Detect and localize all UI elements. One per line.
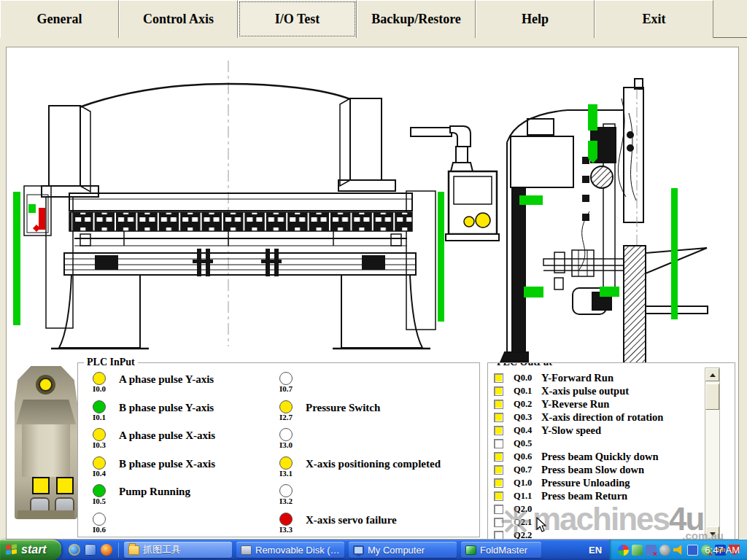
output-checkbox[interactable] bbox=[494, 531, 503, 540]
input-led bbox=[279, 456, 293, 470]
input-led bbox=[279, 372, 293, 385]
sensor-indicator-side-left bbox=[519, 195, 543, 205]
sensor-indicator-gauge-left bbox=[524, 287, 543, 298]
foot-pedal-indicator-right bbox=[56, 477, 74, 494]
foot-pedal-hood bbox=[16, 400, 76, 424]
language-indicator[interactable]: EN bbox=[587, 542, 603, 557]
output-label: X-axis direction of rotation bbox=[541, 411, 663, 424]
plc-input-row: I0.7 bbox=[274, 372, 441, 400]
input-led bbox=[279, 513, 293, 526]
pendant-panel bbox=[411, 126, 499, 241]
input-led bbox=[93, 484, 106, 497]
input-led-id: I0.4 bbox=[93, 469, 106, 478]
output-checkbox[interactable] bbox=[494, 386, 503, 396]
tray-icon[interactable] bbox=[687, 545, 698, 556]
output-checkbox[interactable] bbox=[494, 505, 503, 514]
tab-label: Control Axis bbox=[143, 12, 214, 27]
plc-input-column-right: I0.7 I2.7 Pressure Switch I3.0 bbox=[274, 372, 441, 541]
taskbar-button[interactable]: 抓图工具 bbox=[124, 542, 232, 558]
output-id: Q1.1 bbox=[514, 491, 541, 502]
input-label: Pressure Switch bbox=[306, 400, 380, 414]
scrollbar-thumb[interactable] bbox=[705, 384, 719, 410]
tray-icon[interactable] bbox=[673, 545, 684, 556]
tray-icon[interactable] bbox=[632, 545, 643, 556]
plc-output-groupbox: PLC OutPut Q0.0 Y-Forward Run Q0.1 X-axi… bbox=[487, 362, 735, 540]
tab[interactable]: Exit bbox=[595, 0, 713, 38]
plc-output-row: Q0.6 Press beam Quickly down bbox=[494, 450, 663, 463]
plc-input-row: I0.1 B phase pulse Y-axis bbox=[87, 400, 215, 429]
output-checkbox[interactable] bbox=[494, 413, 503, 422]
input-led-id: I2.7 bbox=[279, 413, 293, 421]
tray-icon[interactable] bbox=[659, 545, 670, 556]
scroll-up-button[interactable] bbox=[705, 368, 719, 381]
sensor-indicator-side-top bbox=[588, 104, 597, 131]
output-id: Q0.3 bbox=[514, 412, 541, 423]
output-checkbox[interactable] bbox=[494, 518, 503, 527]
output-label: Press beam Slow down bbox=[541, 464, 644, 476]
input-label: X-axis servo failure bbox=[306, 513, 397, 526]
plc-output-row: Q1.1 Press beam Return bbox=[494, 489, 663, 502]
output-label: X-axis pulse output bbox=[541, 385, 629, 397]
plc-output-row: Q1.0 Pressure Unloading bbox=[494, 476, 663, 489]
foot-pedal-lamp bbox=[39, 378, 53, 392]
quick-launch-icon[interactable] bbox=[69, 544, 80, 556]
output-scrollbar[interactable] bbox=[705, 368, 720, 540]
plc-output-row: Q0.0 Y-Forward Run bbox=[494, 371, 663, 384]
output-id: Q1.0 bbox=[514, 478, 541, 489]
output-checkbox[interactable] bbox=[494, 491, 503, 501]
plc-input-row: I0.0 A phase pulse Y-axis bbox=[87, 372, 215, 400]
input-led-id: I0.0 bbox=[93, 384, 106, 393]
quick-launch-icon[interactable] bbox=[101, 544, 112, 556]
quick-launch-icon[interactable] bbox=[85, 544, 96, 556]
machine-diagram bbox=[9, 55, 738, 362]
tray-icon[interactable] bbox=[618, 545, 629, 556]
output-checkbox[interactable] bbox=[494, 465, 503, 475]
input-led-id: I3.0 bbox=[279, 440, 293, 449]
tab[interactable]: General bbox=[0, 0, 119, 38]
plc-output-row: Q0.1 X-axis pulse output bbox=[494, 384, 663, 397]
tab-bar: General Control Axis I/O Test Backup/Res… bbox=[0, 0, 747, 38]
taskbar-button[interactable]: FoldMaster bbox=[461, 542, 541, 558]
tab[interactable]: Backup/Restore bbox=[357, 0, 476, 38]
output-checkbox[interactable] bbox=[494, 426, 503, 435]
scroll-down-button[interactable] bbox=[705, 526, 719, 540]
output-label: Y-Slow speed bbox=[541, 424, 601, 437]
taskbar-button-label: 抓图工具 bbox=[143, 543, 181, 556]
tab-label: Help bbox=[522, 12, 549, 27]
plc-input-row: I3.3 X-axis servo failure bbox=[274, 513, 441, 541]
output-checkbox[interactable] bbox=[494, 478, 503, 488]
plc-output-row: Q0.7 Press beam Slow down bbox=[494, 463, 663, 476]
tab[interactable]: I/O Test bbox=[238, 0, 357, 38]
taskbar: start 抓图工具 Removable Disk (E:) My Comput bbox=[0, 540, 747, 560]
taskbar-button-label: My Computer bbox=[368, 545, 425, 556]
tray-icon[interactable] bbox=[646, 545, 657, 556]
input-led bbox=[93, 513, 106, 526]
taskbar-button-label: Removable Disk (E:) bbox=[255, 545, 340, 556]
plc-input-row: I3.0 bbox=[274, 428, 441, 456]
tab-label: General bbox=[37, 12, 82, 27]
input-led-id: I3.1 bbox=[279, 469, 293, 478]
foot-pedal-indicator-left bbox=[32, 477, 50, 494]
plc-input-title: PLC InPut bbox=[84, 357, 138, 368]
output-checkbox[interactable] bbox=[494, 452, 503, 462]
plc-input-row: I0.6 bbox=[87, 513, 215, 541]
tab[interactable]: Control Axis bbox=[119, 0, 238, 38]
input-led bbox=[93, 456, 106, 470]
output-id: Q0.4 bbox=[514, 425, 541, 436]
sensor-indicator-gauge-right bbox=[600, 287, 619, 297]
taskbar-button[interactable]: Removable Disk (E:) bbox=[236, 542, 344, 558]
input-led bbox=[93, 428, 106, 441]
output-checkbox[interactable] bbox=[494, 439, 503, 448]
plc-input-groupbox: PLC InPut I0.0 A phase pulse Y-axis I0.1… bbox=[77, 362, 480, 537]
input-led-id: I0.6 bbox=[93, 525, 106, 534]
start-button[interactable]: start bbox=[0, 540, 61, 560]
plc-output-row: Q0.5 bbox=[494, 437, 663, 450]
output-checkbox[interactable] bbox=[494, 400, 503, 409]
pendant-red-bar bbox=[39, 208, 45, 230]
clock: 6:47 AM bbox=[705, 545, 740, 556]
pendant-button-small bbox=[464, 217, 474, 227]
output-id: Q0.0 bbox=[514, 373, 541, 384]
tab[interactable]: Help bbox=[476, 0, 595, 38]
taskbar-button[interactable]: My Computer bbox=[349, 542, 457, 558]
output-checkbox[interactable] bbox=[494, 373, 503, 383]
